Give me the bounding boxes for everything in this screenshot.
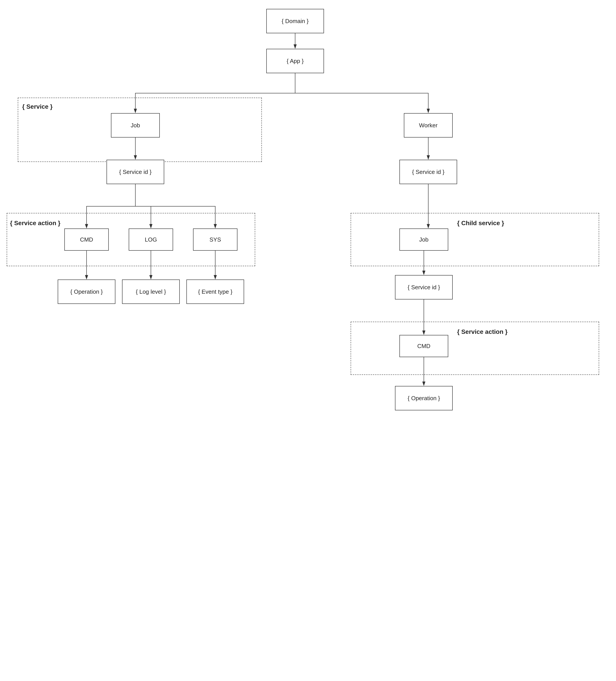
cmd-left-node: CMD <box>64 228 109 251</box>
service-id-right2-node: { Service id } <box>395 275 453 300</box>
service-action-left-label: { Service action } <box>10 220 60 227</box>
operation-right-node: { Operation } <box>395 386 453 410</box>
operation-left-node: { Operation } <box>58 279 115 304</box>
worker-right-node: Worker <box>404 113 453 137</box>
service-id-left-node: { Service id } <box>106 160 164 184</box>
cmd-right-node: CMD <box>399 335 448 357</box>
child-service-label: { Child service } <box>457 220 504 227</box>
sys-left-node: SYS <box>193 228 238 251</box>
job-left-node: Job <box>111 113 160 137</box>
diagram: { Service } { Service action } { Child s… <box>0 0 616 681</box>
job-right-node: Job <box>399 228 448 251</box>
app-node: { App } <box>266 49 324 73</box>
service-label: { Service } <box>22 103 53 110</box>
event-type-left-node: { Event type } <box>187 279 244 304</box>
log-left-node: LOG <box>129 228 173 251</box>
service-id-right-node: { Service id } <box>399 160 457 184</box>
service-action-right-label: { Service action } <box>457 328 508 335</box>
log-level-left-node: { Log level } <box>122 279 180 304</box>
domain-node: { Domain } <box>266 9 324 33</box>
